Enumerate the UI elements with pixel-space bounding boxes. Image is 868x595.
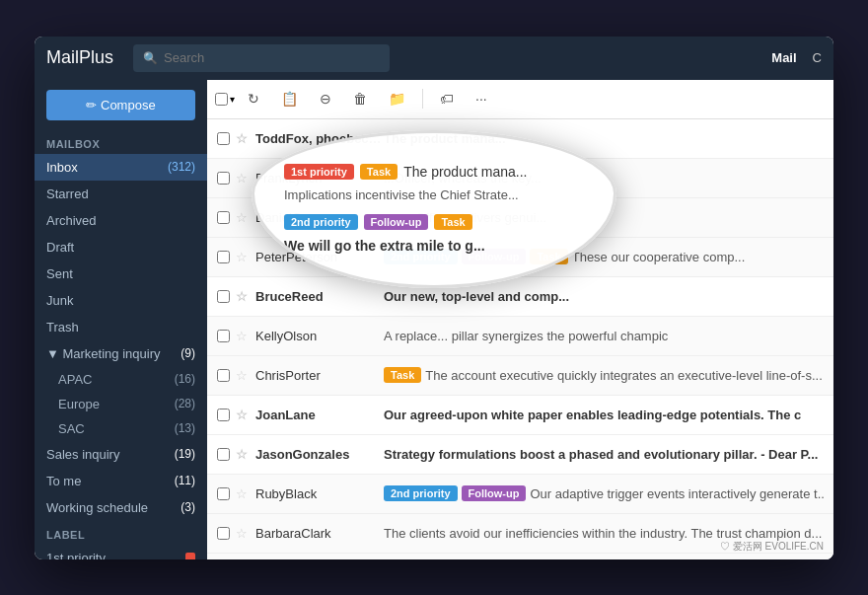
toolbar-divider — [422, 89, 423, 109]
star-icon[interactable]: ☆ — [236, 329, 248, 343]
archived-label: Archived — [46, 213, 97, 228]
email-sender: JoanLane — [255, 408, 384, 422]
select-all-chevron[interactable]: ▾ — [230, 94, 235, 105]
watermark: ♡ 爱活网 EVOLIFE.CN — [720, 540, 824, 554]
marketing-label: ▼ Marketing inquiry — [46, 346, 160, 361]
compose-button[interactable]: ✏ Compose — [46, 90, 195, 120]
email-preview-text: A replace... pillar synergizes the power… — [384, 329, 668, 343]
table-row[interactable]: ☆ RubyBlack 2nd priority Follow-up Our a… — [207, 475, 833, 514]
email-preview: Task The account executive quickly integ… — [384, 367, 824, 383]
sac-badge: (13) — [175, 421, 195, 435]
sidebar-item-trash[interactable]: Trash — [35, 314, 207, 340]
email-sender: RubyBlack — [255, 486, 384, 501]
star-icon[interactable]: ☆ — [236, 289, 248, 304]
trash-label: Trash — [46, 320, 79, 335]
sidebar-item-apac[interactable]: APAC (16) — [35, 367, 207, 392]
star-icon[interactable]: ☆ — [236, 486, 248, 501]
folder-button[interactable]: 📁 — [380, 86, 414, 112]
tome-label: To me — [46, 474, 81, 488]
magnifier-row2: Implications incentivise the Chief Strat… — [284, 187, 584, 202]
inbox-badge: (312) — [168, 160, 195, 174]
email-preview-text: Our agreed-upon white paper enables lead… — [384, 408, 801, 422]
top-bar-right: Mail C — [771, 50, 822, 65]
email-sender: KellyOlson — [255, 329, 384, 343]
search-input[interactable] — [164, 50, 380, 65]
star-icon[interactable]: ☆ — [236, 171, 248, 186]
sidebar-item-tome[interactable]: To me (11) — [35, 468, 207, 494]
sidebar-item-europe[interactable]: Europe (28) — [35, 392, 207, 416]
apac-badge: (16) — [175, 372, 195, 386]
top-bar: MailPlus 🔍 Mail C — [35, 37, 833, 80]
app-logo: MailPlus — [46, 47, 113, 68]
email-checkbox[interactable] — [217, 448, 230, 461]
magnifier-tag-2ndpriority: 2nd priority — [284, 214, 358, 230]
magnifier-tag-task2: Task — [434, 214, 471, 230]
delete-button[interactable]: 🗑 — [344, 86, 376, 112]
tag-button[interactable]: 🏷 — [431, 86, 463, 112]
email-checkbox[interactable] — [217, 409, 230, 421]
toolbar: ▾ ↻ 📋 ⊖ 🗑 📁 🏷 ··· — [207, 80, 833, 119]
email-checkbox[interactable] — [217, 330, 230, 342]
magnifier-row1: 1st priority Task The product mana... — [284, 164, 584, 180]
table-row[interactable]: ☆ ChristinaGonzalez 1st priority The str… — [207, 554, 833, 559]
search-box[interactable]: 🔍 — [133, 44, 390, 72]
mail-link[interactable]: Mail — [771, 50, 796, 65]
table-row[interactable]: ☆ JoanLane Our agreed-upon white paper e… — [207, 396, 833, 435]
star-icon[interactable]: ☆ — [236, 250, 248, 264]
draft-label: Draft — [46, 240, 74, 255]
watermark-text: ♡ 爱活网 EVOLIFE.CN — [720, 540, 824, 554]
star-icon[interactable]: ☆ — [236, 526, 248, 541]
email-checkbox[interactable] — [217, 487, 230, 500]
email-preview-text: The clients avoid our inefficiencies wit… — [384, 526, 822, 541]
email-checkbox[interactable] — [217, 251, 230, 263]
sent-label: Sent — [46, 266, 73, 281]
magnifier-tag-1stpriority: 1st priority — [284, 164, 354, 180]
working-schedule-badge: (3) — [181, 500, 195, 514]
table-row[interactable]: ☆ BruceReed Our new, top-level and comp.… — [207, 277, 833, 317]
magnifier-tag-task: Task — [360, 164, 398, 180]
sidebar-item-inbox[interactable]: Inbox (312) — [35, 154, 207, 181]
star-icon[interactable]: ☆ — [236, 447, 248, 462]
app-window: MailPlus 🔍 Mail C ✏ Compose Mailbox Inbo… — [35, 37, 833, 559]
refresh-button[interactable]: ↻ — [239, 86, 268, 112]
sidebar-item-junk[interactable]: Junk — [35, 287, 207, 314]
star-icon[interactable]: ☆ — [236, 210, 248, 225]
more-button[interactable]: ··· — [467, 86, 496, 112]
magnifier-tag-followup: Follow-up — [364, 214, 429, 230]
sidebar-item-starred[interactable]: Starred — [35, 181, 207, 207]
sidebar-item-marketing[interactable]: ▼ Marketing inquiry (9) — [35, 340, 207, 367]
spam-button[interactable]: ⊖ — [311, 86, 340, 112]
select-all-checkbox-area[interactable]: ▾ — [215, 93, 235, 106]
sidebar-item-draft[interactable]: Draft — [35, 234, 207, 260]
select-all-checkbox[interactable] — [215, 93, 228, 106]
star-icon[interactable]: ☆ — [236, 368, 248, 383]
calendar-link[interactable]: C — [813, 50, 822, 65]
table-row[interactable]: ☆ JasonGonzales Strategy formulations bo… — [207, 435, 833, 475]
sidebar-item-sent[interactable]: Sent — [35, 260, 207, 287]
email-checkbox[interactable] — [217, 132, 230, 145]
star-icon[interactable]: ☆ — [236, 131, 248, 146]
sidebar-item-1stpriority[interactable]: 1st priority — [35, 545, 207, 559]
logo-light: Plus — [79, 47, 113, 67]
email-checkbox[interactable] — [217, 211, 230, 224]
email-preview-text: These our cooperative comp... — [572, 250, 746, 264]
magnifier-text2: Implications incentivise the Chief Strat… — [284, 187, 519, 202]
star-icon[interactable]: ☆ — [236, 408, 248, 422]
1stpriority-dot — [185, 553, 195, 559]
label-section: Label — [35, 521, 207, 545]
sidebar-item-sales[interactable]: Sales inquiry (19) — [35, 441, 207, 468]
sidebar-item-working-schedule[interactable]: Working schedule (3) — [35, 494, 207, 521]
email-checkbox[interactable] — [217, 290, 230, 303]
archive-button[interactable]: 📋 — [272, 86, 307, 112]
sidebar-item-sac[interactable]: SAC (13) — [35, 416, 207, 441]
email-checkbox[interactable] — [217, 369, 230, 382]
1stpriority-label: 1st priority — [46, 551, 106, 559]
working-schedule-label: Working schedule — [46, 500, 148, 515]
email-preview-text: Our adaptive trigger events interactivel… — [530, 486, 824, 501]
email-checkbox[interactable] — [217, 527, 230, 540]
table-row[interactable]: ☆ KellyOlson A replace... pillar synergi… — [207, 317, 833, 356]
sidebar-item-archived[interactable]: Archived — [35, 207, 207, 234]
email-checkbox[interactable] — [217, 172, 230, 185]
email-sender: JasonGonzales — [255, 447, 384, 462]
table-row[interactable]: ☆ ChrisPorter Task The account executive… — [207, 356, 833, 396]
